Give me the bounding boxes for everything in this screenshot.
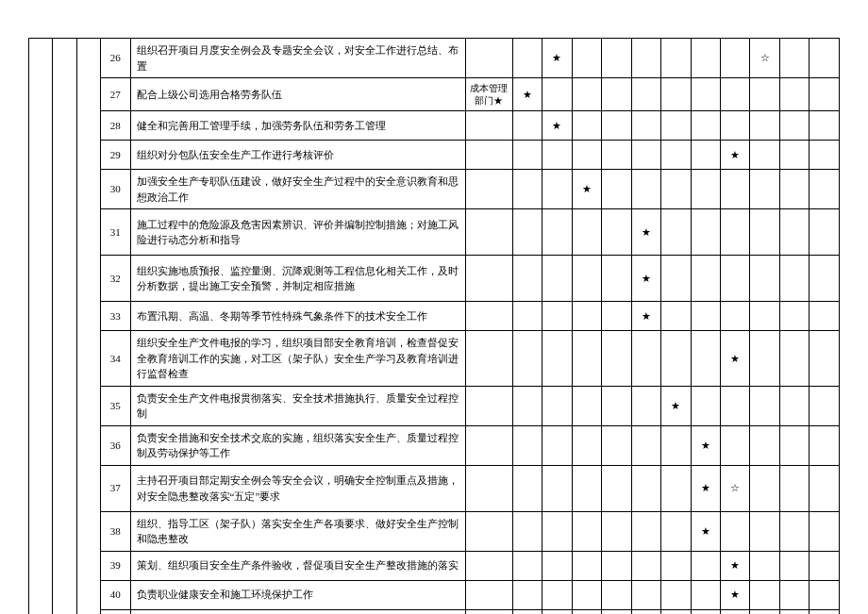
mark-cell — [572, 580, 601, 609]
mark-cell — [779, 302, 809, 331]
mark-cell — [661, 609, 691, 614]
mark-cell — [602, 425, 631, 465]
extra-label-cell — [465, 111, 512, 141]
table-row: 32组织实施地质预报、监控量测、沉降观测等工程信息化相关工作，及时分析数据，提出… — [29, 256, 840, 302]
mark-cell — [661, 511, 691, 551]
mark-cell — [721, 386, 750, 425]
filled-star-icon: ★ — [721, 580, 750, 609]
mark-cell — [779, 386, 809, 425]
mark-cell — [691, 111, 720, 141]
mark-cell — [542, 331, 572, 387]
mark-cell — [691, 386, 720, 425]
filled-star-icon: ★ — [572, 170, 601, 209]
filled-star-icon: ★ — [631, 209, 660, 256]
mark-cell — [750, 111, 779, 141]
row-number: 37 — [101, 465, 130, 511]
mark-cell — [661, 209, 691, 256]
row-number: 29 — [101, 141, 130, 170]
mark-cell — [631, 141, 660, 170]
mark-cell — [602, 256, 631, 302]
extra-label-cell — [465, 141, 512, 170]
table-row: 40负责职业健康安全和施工环境保护工作★ — [29, 580, 840, 609]
row-description: 负责安全措施和安全技术交底的实施，组织落实安全生产、质量过程控制及劳动保护等工作 — [130, 425, 465, 465]
mark-cell — [661, 331, 691, 387]
mark-cell — [602, 141, 631, 170]
mark-cell — [572, 331, 601, 387]
row-number: 41 — [101, 609, 130, 614]
extra-label-cell — [465, 331, 512, 387]
table-row: 33布置汛期、高温、冬期等季节性特殊气象条件下的技术安全工作★ — [29, 302, 840, 331]
filled-star-icon: ★ — [691, 511, 720, 551]
filled-star-icon: ★ — [631, 302, 660, 331]
row-description: 主持召开项目部定期安全例会等安全会议，明确安全控制重点及措施，对安全隐患整改落实… — [130, 465, 465, 511]
mark-cell — [602, 302, 631, 331]
mark-cell — [661, 256, 691, 302]
mark-cell — [572, 256, 601, 302]
mark-cell — [691, 78, 720, 111]
mark-cell — [542, 511, 572, 551]
mark-cell — [810, 141, 840, 170]
mark-cell — [779, 256, 809, 302]
mark-cell — [721, 78, 750, 111]
mark-cell — [512, 465, 542, 511]
mark-cell — [572, 39, 601, 78]
mark-cell — [542, 256, 572, 302]
mark-cell — [779, 170, 809, 209]
filled-star-icon: ★ — [542, 111, 572, 141]
mark-cell — [631, 170, 660, 209]
mark-cell — [661, 111, 691, 141]
mark-cell — [602, 511, 631, 551]
mark-cell — [631, 580, 660, 609]
mark-cell — [750, 609, 779, 614]
mark-cell — [631, 465, 660, 511]
row-number: 26 — [101, 39, 130, 78]
mark-cell — [779, 331, 809, 387]
mark-cell — [750, 580, 779, 609]
row-description: 施工过程中的危险源及危害因素辨识、评价并编制控制措施；对施工风险进行动态分析和指… — [130, 209, 465, 256]
table-row: 29组织对分包队伍安全生产工作进行考核评价★ — [29, 141, 840, 170]
row-number: 33 — [101, 302, 130, 331]
mark-cell — [631, 511, 660, 551]
mark-cell — [661, 580, 691, 609]
filled-star-icon: ★ — [661, 386, 691, 425]
extra-label-cell — [465, 209, 512, 256]
mark-cell — [602, 551, 631, 580]
leading-blank — [76, 39, 100, 615]
open-star-icon: ☆ — [721, 465, 750, 511]
mark-cell — [750, 551, 779, 580]
mark-cell — [779, 465, 809, 511]
mark-cell — [750, 78, 779, 111]
mark-cell — [661, 302, 691, 331]
row-description: 组织安全生产文件电报的学习，组织项目部安全教育培训，检查督促安全教育培训工作的实… — [130, 331, 465, 387]
mark-cell — [750, 331, 779, 387]
mark-cell — [691, 302, 720, 331]
mark-cell — [810, 256, 840, 302]
mark-cell — [542, 580, 572, 609]
mark-cell — [631, 78, 660, 111]
mark-cell — [512, 386, 542, 425]
mark-cell — [750, 465, 779, 511]
mark-cell — [661, 170, 691, 209]
mark-cell — [512, 256, 542, 302]
mark-cell — [810, 551, 840, 580]
mark-cell — [512, 209, 542, 256]
extra-label-cell — [465, 465, 512, 511]
filled-star-icon: ★ — [721, 331, 750, 387]
leading-blank — [29, 39, 53, 615]
mark-cell — [750, 141, 779, 170]
mark-cell — [810, 609, 840, 614]
mark-cell — [721, 170, 750, 209]
row-description: 组织召开项目月度安全例会及专题安全会议，对安全工作进行总结、布置 — [130, 39, 465, 78]
mark-cell — [572, 465, 601, 511]
mark-cell — [810, 511, 840, 551]
mark-cell — [542, 386, 572, 425]
mark-cell — [602, 609, 631, 614]
extra-label-cell — [465, 425, 512, 465]
mark-cell — [721, 256, 750, 302]
mark-cell — [810, 78, 840, 111]
mark-cell — [572, 511, 601, 551]
mark-cell — [512, 551, 542, 580]
mark-cell — [602, 39, 631, 78]
mark-cell — [779, 425, 809, 465]
row-description: 组织对分包队伍安全生产工作进行考核评价 — [130, 141, 465, 170]
